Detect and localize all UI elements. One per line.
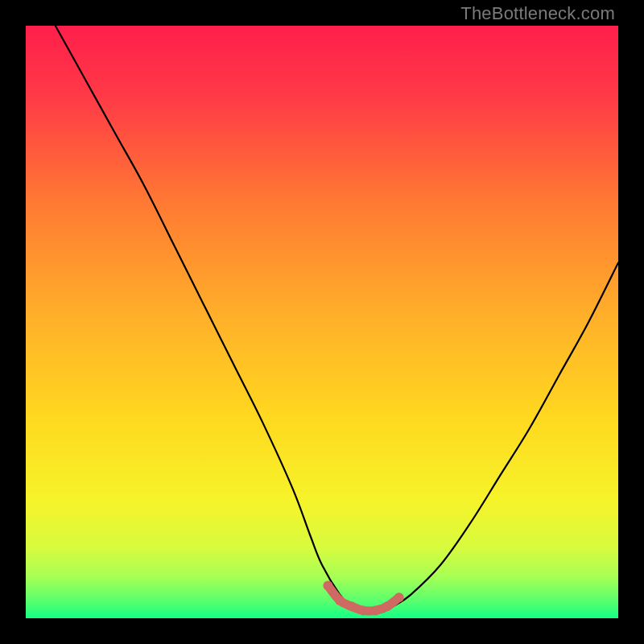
valley-marker-dot [335,596,345,605]
valley-marker-dot [323,581,332,591]
valley-marker-dot [394,592,404,602]
chart-svg [26,26,618,618]
plot-area [26,26,618,618]
bottleneck-curve-line [56,26,618,613]
valley-marker-dot [347,601,357,611]
watermark-text: TheBottleneck.com [460,3,615,24]
chart-frame: TheBottleneck.com [0,0,644,644]
valley-marker-dot [359,605,369,615]
valley-marker-dot [382,601,392,611]
valley-marker-dot [370,605,380,615]
